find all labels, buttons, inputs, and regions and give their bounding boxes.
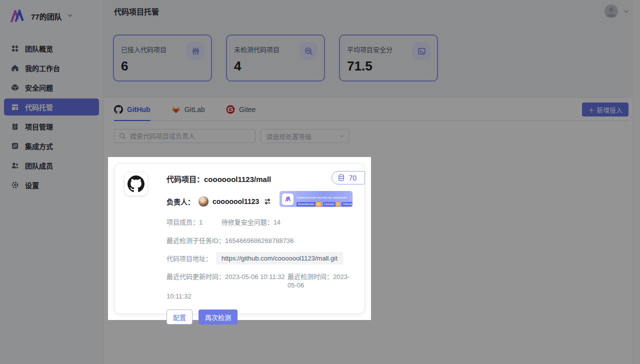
members-label: 项目成员： [166,218,199,226]
transfer-owner-icon[interactable] [264,198,272,206]
recheck-button[interactable]: 再次检测 [198,310,238,324]
app-root: 77的团队 团队概览 我的工作台 安全问题 [0,0,640,364]
database-icon [338,174,345,182]
members-issues-row: 项目成员：1 待修复安全问题：14 [166,217,358,226]
owner-avatar [198,196,209,207]
project-title: 代码项目：cooooool1123/mall [166,172,358,184]
spotlight-area: 70 代码项目：cooooool1123/mall 负责人： cooooool1… [108,157,371,320]
updated-time: 最近代码更新时间：2023-05-06 10:11:32 [166,272,288,290]
configure-button[interactable]: 配置 [166,310,192,324]
repo-url-row: 代码项目地址： https://github.com/cooooool1123/… [166,252,358,264]
detected-time-wrapped: 10:11:32 [166,292,288,300]
times-row: 最近代码更新时间：2023-05-06 10:11:32 最近检测时间：2023… [166,272,358,300]
owner-label: 负责人： [166,196,194,206]
badge-pill-licenses: Licenses9 [323,202,340,206]
github-logo-icon [124,172,148,196]
project-title-label: 代码项目： [166,175,204,184]
score-badge[interactable]: 70 [332,171,365,184]
card-actions: 配置 再次检测 [166,310,358,324]
badge-pill-dependencies: Dependencies96 [296,202,322,206]
task-id-label: 最近检测子任务ID： [166,237,225,244]
badge-pills: Dependencies96 Licenses9 Vulnerabilities… [296,202,352,206]
murphysec-mini-logo-icon [282,194,294,205]
members-value: 1 [199,218,202,226]
score-value: 70 [348,174,356,182]
project-name: cooooool1123/mall [204,175,271,184]
badge-title: Improved code security by murphysec [296,196,347,199]
task-id-value: 1654669686268788736 [225,237,294,244]
repo-url-chip[interactable]: https://github.com/cooooool1123/mall.git [216,252,343,264]
badge-content: Improved code security by murphysec Depe… [296,192,352,206]
murphysec-badge-preview: Improved code security by murphysec Depe… [280,191,352,207]
project-card: 70 代码项目：cooooool1123/mall 负责人： cooooool1… [114,163,365,314]
repo-url-label: 代码项目地址： [166,254,212,263]
issues-value: 14 [274,218,280,226]
badge-pill-vulnerabilities: Vulnerabilities14 [342,202,352,206]
badge-vertical-text: score [350,192,352,200]
owner-name: cooooool1123 [212,198,259,206]
task-id-row: 最近检测子任务ID：1654669686268788736 [166,236,358,245]
issues-label: 待修复安全问题： [222,218,274,226]
detected-time: 最近检测时间：2023-05-06 [288,272,358,290]
